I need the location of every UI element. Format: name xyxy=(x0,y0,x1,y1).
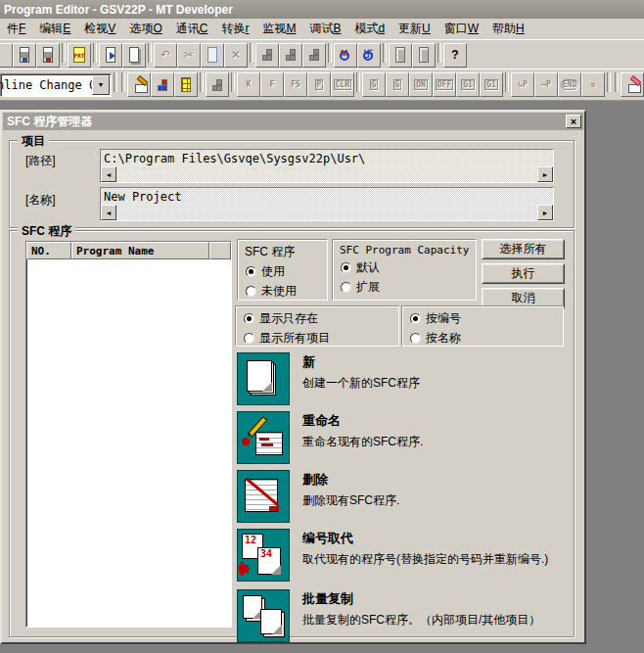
radio-show-all[interactable]: 显示所有项目 xyxy=(244,330,398,347)
chevron-down-icon[interactable]: ▼ xyxy=(92,75,110,95)
cut-button[interactable]: ✂ xyxy=(177,43,201,68)
print-setup-button[interactable] xyxy=(36,43,60,68)
menu-view[interactable]: 检视V xyxy=(77,19,122,39)
symbol-fs-button[interactable]: FS xyxy=(284,72,307,97)
edit-program-button[interactable] xyxy=(127,72,151,97)
row-insert-button[interactable]: ⇅ xyxy=(581,72,605,97)
menu-options[interactable]: 选项O xyxy=(122,19,168,39)
action-batch-copy[interactable]: 批量复制 批量复制的SFC程序。（内部项目/其他项目） xyxy=(235,589,572,642)
action-rename[interactable]: 重命名 重命名现有的SFC程序. xyxy=(235,411,572,464)
path-field[interactable]: C:\Program Files\Gsvqe\Sysgsv22p\Usr\ ◄ … xyxy=(100,149,554,183)
action-new-desc: 创建一个新的SFC程序 xyxy=(302,375,570,391)
column-blank[interactable] xyxy=(209,242,231,259)
scroll-track[interactable] xyxy=(116,166,537,182)
column-program-name[interactable]: Program Name xyxy=(71,242,209,259)
scroll-left-icon[interactable]: ◄ xyxy=(101,205,116,220)
menu-update[interactable]: 更新U xyxy=(391,19,437,39)
capacity-panel-title: SFC Program Capacity xyxy=(340,244,476,257)
execute-button[interactable]: 执行 xyxy=(482,263,565,284)
symbol-g2-button[interactable]: G xyxy=(386,72,409,97)
symbol-gsub1-button[interactable]: G1 xyxy=(456,72,480,97)
sfc-chart-button[interactable] xyxy=(206,72,229,97)
action-renumber[interactable]: 12 34 编号取代 取代现有的程序号(替换指定的号码并重新编号.) xyxy=(235,529,572,582)
menu-edit[interactable]: 编辑E xyxy=(32,19,77,39)
scroll-track[interactable] xyxy=(116,205,537,220)
radio-by-name[interactable]: 按名称 xyxy=(410,330,563,347)
sfc-diagram-button-2[interactable] xyxy=(279,43,302,68)
action-new[interactable]: 新 创建一个新的SFC程序 xyxy=(235,352,572,405)
column-no[interactable]: NO. xyxy=(26,242,71,259)
sfc-tree-icon xyxy=(262,49,272,61)
sfc-diagram-button-3[interactable] xyxy=(302,43,326,68)
menu-help[interactable]: 帮助H xyxy=(485,19,531,39)
action-delete[interactable]: 删除 删除现有SFC程序. xyxy=(235,470,572,523)
sfc-diagram-button-1[interactable] xyxy=(255,43,279,68)
symbol-off-button[interactable]: OFF xyxy=(433,72,456,97)
online-change-combo[interactable]: nline Change OFF ▼ xyxy=(0,73,112,97)
path-label: [路径] xyxy=(25,153,56,169)
find-device-icon: M xyxy=(341,48,350,62)
sfc-structure-icon xyxy=(158,79,167,91)
symbol-g1-button[interactable]: G xyxy=(362,72,386,97)
scroll-left-icon[interactable]: ◄ xyxy=(101,166,116,182)
symbol-g-icon: G xyxy=(393,79,402,90)
program-list[interactable]: NO. Program Name xyxy=(25,241,232,628)
undo-button[interactable]: ↶ xyxy=(154,43,177,68)
label-p-button[interactable]: ↦P xyxy=(534,72,558,97)
window-titlebar[interactable]: Program Editor - GSV22P - MT Developer xyxy=(0,0,644,19)
copy-button[interactable] xyxy=(201,43,224,68)
help-button[interactable]: ? xyxy=(443,43,467,68)
symbol-fs-icon: FS xyxy=(291,80,300,89)
save-button[interactable] xyxy=(0,43,13,68)
radio-unused[interactable]: 未使用 xyxy=(246,283,327,300)
sfc-structure-button[interactable] xyxy=(151,72,174,97)
device-table-button[interactable] xyxy=(174,72,198,97)
print-preview-button[interactable]: PRT xyxy=(68,43,91,68)
select-all-button[interactable]: 选择所有 xyxy=(482,239,565,259)
radio-default[interactable]: 默认 xyxy=(341,259,476,276)
monitor-write-button[interactable] xyxy=(389,43,412,68)
device-table-icon xyxy=(181,77,191,92)
radio-by-number[interactable]: 按编号 xyxy=(410,310,563,327)
name-scrollbar[interactable]: ◄ ► xyxy=(101,205,553,220)
close-icon[interactable]: × xyxy=(566,115,581,128)
print-button[interactable] xyxy=(13,43,36,68)
find-device-button[interactable]: M xyxy=(334,43,357,68)
usage-panel: SFC 程序 使用 未使用 xyxy=(237,239,328,301)
copy-project-button[interactable] xyxy=(122,43,146,68)
radio-extended[interactable]: 扩展 xyxy=(341,279,476,296)
menu-monitor[interactable]: 监视M xyxy=(255,19,302,39)
radio-used[interactable]: 使用 xyxy=(246,263,327,280)
symbol-on-button[interactable]: ON xyxy=(409,72,433,97)
dialog-titlebar[interactable]: SFC 程序管理器 × xyxy=(3,113,583,130)
toolbar-separator xyxy=(112,70,119,100)
help-icon: ? xyxy=(451,49,458,61)
symbol-gsub2-button[interactable]: G1 xyxy=(480,72,503,97)
read-project-button[interactable] xyxy=(99,43,122,68)
symbol-k-button[interactable]: K xyxy=(237,72,260,97)
name-field[interactable]: New Project ◄ ► xyxy=(100,187,554,221)
scroll-right-icon[interactable]: ► xyxy=(537,166,553,182)
menu-convert[interactable]: 转换r xyxy=(214,19,255,39)
end-step-button[interactable]: END xyxy=(558,72,581,97)
write-edit-button[interactable] xyxy=(621,72,644,97)
menu-comm[interactable]: 通讯C xyxy=(169,19,215,39)
delete-button[interactable]: ✕ xyxy=(224,43,248,68)
find-step-button[interactable]: 卐 xyxy=(357,43,381,68)
monitor-read-button[interactable] xyxy=(412,43,436,68)
symbol-clr-button[interactable]: CLR xyxy=(331,72,354,97)
symbol-f-button[interactable]: F xyxy=(260,72,284,97)
window-title: Program Editor - GSV22P - MT Developer xyxy=(0,3,233,17)
path-scrollbar[interactable]: ◄ ► xyxy=(101,166,553,182)
radio-show-existing[interactable]: 显示只存在 xyxy=(244,310,398,327)
program-list-body[interactable] xyxy=(27,260,230,626)
symbol-gsub-icon: G1 xyxy=(461,79,475,90)
scroll-right-icon[interactable]: ► xyxy=(537,205,553,220)
renumber-program-icon: 12 34 xyxy=(237,529,290,582)
symbol-p-button[interactable]: P xyxy=(307,72,331,97)
menu-mode[interactable]: 模式d xyxy=(347,19,391,39)
menu-window[interactable]: 窗口W xyxy=(437,19,485,39)
menu-file[interactable]: 件F xyxy=(0,19,32,39)
menu-debug[interactable]: 调试B xyxy=(302,19,347,39)
jump-p-button[interactable]: ↳P xyxy=(511,72,534,97)
